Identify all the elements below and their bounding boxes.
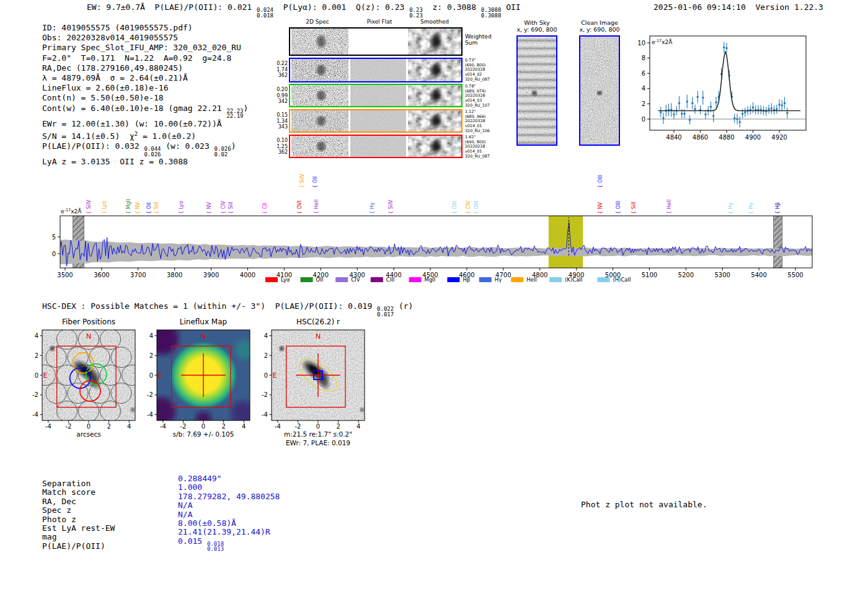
match-table-label: Separation xyxy=(42,479,115,488)
spec2d-smoothed-cell xyxy=(408,59,461,81)
match-table-label: Match score xyxy=(42,488,115,497)
spec2d-panel: 2D Spec Pixel Flat Smoothed Weighted Sum xyxy=(275,19,503,161)
emission-line-label: { HeII xyxy=(314,200,319,214)
svg-text:-4: -4 xyxy=(262,411,268,418)
spec2d-raw-cell xyxy=(291,59,348,81)
emission-line-label: { OVI xyxy=(297,200,303,214)
info-line: LineFlux = 2.60(±0.18)e-16 xyxy=(42,83,248,93)
spec2d-smoothed-cell xyxy=(408,136,461,157)
svg-text:0: 0 xyxy=(642,116,645,123)
field-source xyxy=(280,347,284,351)
legend-label: HeII xyxy=(526,277,537,283)
svg-text:5200: 5200 xyxy=(678,272,694,278)
match-table-value: 0.015 0.0180.013 xyxy=(178,537,280,552)
emission-line-label: { CIV xyxy=(221,200,226,214)
emission-line-label: { OII xyxy=(312,176,318,188)
svg-text:2: 2 xyxy=(149,352,153,359)
spec2d-raw-cell xyxy=(291,110,348,131)
svg-text:-4: -4 xyxy=(160,423,166,430)
fiber-positions-plot: NE-4-2024420-2-4 xyxy=(26,325,138,430)
svg-text:4: 4 xyxy=(356,423,360,430)
fiber-xlabel: arcsecs xyxy=(27,430,151,438)
svg-text:0: 0 xyxy=(202,423,205,430)
svg-text:0: 0 xyxy=(35,372,38,379)
spec2d-raw-cell xyxy=(291,29,348,55)
svg-text:-4: -4 xyxy=(147,411,153,418)
emission-highlight-band xyxy=(549,216,583,268)
svg-text:4860: 4860 xyxy=(693,134,708,141)
east-label: E xyxy=(273,371,277,380)
svg-text:-2: -2 xyxy=(65,423,71,430)
match-table-value: 1.000 xyxy=(178,483,280,492)
spec2d-row xyxy=(289,84,463,107)
svg-text:-4: -4 xyxy=(32,411,38,418)
east-label: E xyxy=(43,371,48,380)
svg-text:2: 2 xyxy=(35,352,38,359)
svg-text:5500: 5500 xyxy=(787,272,803,278)
emission-line-label: { MgII xyxy=(126,199,131,214)
detection-info-block: ID: 4019055575 (4019055575.pdf)Obs: 2022… xyxy=(42,23,248,167)
legend-swatch xyxy=(371,277,383,282)
spec2d-row xyxy=(289,27,463,56)
east-label: E xyxy=(158,371,162,380)
info-line: λ = 4879.09Å σ = 2.64(±0.21)Å xyxy=(42,73,248,83)
spec2d-pixelflat-cell xyxy=(350,29,406,55)
svg-text:5: 5 xyxy=(52,234,56,241)
clean-image-svg xyxy=(580,37,619,144)
summary-header: EW: 9.7±0.7Å P(LAE)/P(OII): 0.021 0.0240… xyxy=(87,2,521,18)
emission-line-label: { NV xyxy=(135,202,141,214)
masked-region xyxy=(774,216,782,268)
match-table-value: 0.288449" xyxy=(178,474,280,483)
with-sky-coords: x, y: 690, 800 xyxy=(506,26,568,33)
emission-line-label: { CIV xyxy=(466,200,471,214)
errorbar-series xyxy=(660,42,788,128)
stacked-uncertainty: 0.0180.013 xyxy=(207,541,224,552)
spec2d-row xyxy=(289,135,463,158)
emission-line-label: { OIII xyxy=(474,201,479,214)
with-sky-svg xyxy=(518,37,556,144)
legend-swatch xyxy=(597,277,609,282)
emission-line-label: { HeII xyxy=(666,200,672,214)
emission-line-label: { OIII xyxy=(616,201,621,214)
match-table-label: Spec z xyxy=(42,506,115,515)
spec2d-row xyxy=(289,109,463,133)
hsc-dex-match-line: HSC-DEX : Possible Matches = 1 (within +… xyxy=(42,301,413,317)
emission-line-label: { OIII xyxy=(598,175,603,188)
svg-text:3900: 3900 xyxy=(203,272,219,278)
north-label: N xyxy=(86,332,91,340)
with-sky-title-text: With Sky xyxy=(506,19,568,26)
hsc-caption-2: EWr: 7, PLAE: 0.019 xyxy=(256,439,380,447)
svg-text:5300: 5300 xyxy=(714,272,730,278)
legend-label: MgII xyxy=(425,277,436,283)
spec2d-pixelflat-cell xyxy=(350,59,406,81)
clean-image-coords: x, y: 690, 800 xyxy=(569,26,631,33)
legend-label: Hγ xyxy=(495,277,502,283)
svg-text:-2: -2 xyxy=(32,391,38,398)
svg-text:-4: -4 xyxy=(45,423,51,430)
info-line: Primary Spec_Slot_IFU_AMP: 320_032_020_R… xyxy=(42,43,248,53)
emission-line-label: { SiII xyxy=(228,202,234,214)
spec2d-pixelflat-cell xyxy=(350,85,406,106)
stacked-uncertainty: 0.30880.3088 xyxy=(481,7,502,18)
zoom-axis-ticks: 484048604880490049200246810 xyxy=(637,40,787,141)
emission-line-label: { Lyα xyxy=(179,201,184,214)
stacked-uncertainty: 22.2322.19 xyxy=(226,109,243,119)
svg-text:4920: 4920 xyxy=(771,134,787,141)
clean-image-title: Clean Image x, y: 690, 800 xyxy=(569,19,631,33)
svg-text:3600: 3600 xyxy=(94,272,109,278)
legend-label: (K)CaII xyxy=(565,277,582,283)
match-table-value: N/A xyxy=(178,510,280,519)
info-line: RA,Dec (178.279160,49.880245) xyxy=(42,63,248,73)
emission-line-label: { SiIV xyxy=(299,174,305,188)
field-source xyxy=(360,408,364,412)
emission-line-label: { NV xyxy=(206,202,212,214)
svg-text:-2: -2 xyxy=(294,423,301,430)
svg-text:e-17x2Å: e-17x2Å xyxy=(61,208,82,215)
svg-text:3800: 3800 xyxy=(167,272,182,278)
emission-line-label: { SiII xyxy=(154,202,159,214)
north-label: N xyxy=(201,332,206,340)
svg-text:2: 2 xyxy=(264,352,268,359)
spec2d-col-header-smoothed: Smoothed xyxy=(416,19,453,25)
svg-text:-2: -2 xyxy=(180,423,186,430)
info-line: Cont(w) = 6.40(±0.10)e-18 (gmag 22.21 22… xyxy=(42,104,248,119)
